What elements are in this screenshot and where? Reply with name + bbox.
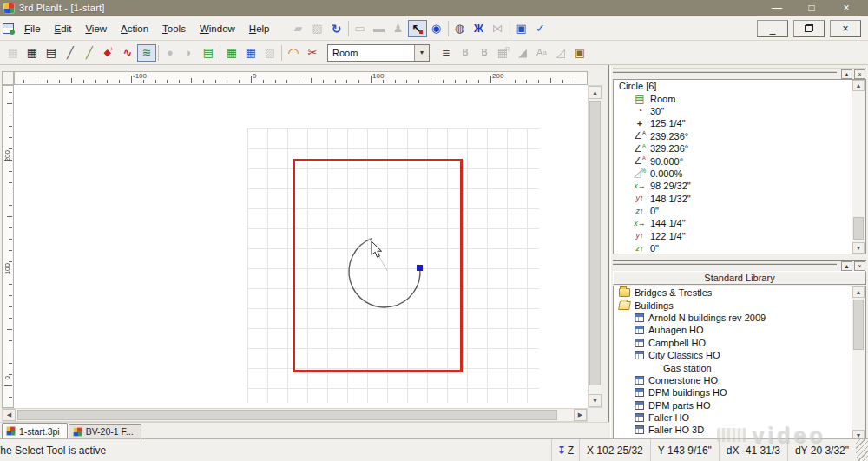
scroll-down-icon[interactable]: ▼ <box>852 242 865 254</box>
layer-combobox[interactable]: Room ▼ <box>327 44 430 62</box>
tree-item[interactable]: Arnold N buildings rev 2009 <box>614 312 865 324</box>
cut-icon[interactable] <box>303 44 322 62</box>
child-close-button[interactable]: × <box>830 20 861 37</box>
mail-icon[interactable] <box>489 20 508 37</box>
junction-icon[interactable] <box>470 20 489 37</box>
layout-canvas[interactable] <box>14 85 588 408</box>
tree-item[interactable]: DPM parts HO <box>614 399 865 412</box>
property-row[interactable]: 125 1/4" <box>614 117 865 129</box>
tab-bv-20-1[interactable]: BV-20-1 F... <box>69 424 141 438</box>
properties-scrollbar[interactable]: ▲ ▼ <box>852 80 865 254</box>
track-icon[interactable] <box>42 44 61 62</box>
library-scroll-thumb[interactable] <box>853 300 864 350</box>
properties-scroll-thumb[interactable] <box>853 217 864 240</box>
menu-item-action[interactable]: Action <box>114 21 155 36</box>
library-header-button[interactable]: Standard Library <box>613 271 866 285</box>
menu-item-help[interactable]: Help <box>242 21 277 36</box>
child-restore-button[interactable] <box>793 20 825 37</box>
image-icon[interactable] <box>260 44 279 62</box>
horizontal-scroll-thumb[interactable] <box>17 410 557 420</box>
panel-collapse-icon[interactable]: ▲ <box>841 261 852 271</box>
stamp-icon[interactable] <box>308 20 327 37</box>
scroll-up-icon[interactable]: ▲ <box>852 286 865 298</box>
tree-item[interactable]: Gas station <box>614 361 865 373</box>
property-row[interactable]: 98 29/32" <box>614 180 865 192</box>
property-row[interactable]: 0.000% <box>614 168 865 180</box>
scroll-down-icon[interactable]: ▼ <box>589 394 602 407</box>
document-icon[interactable] <box>3 23 14 34</box>
property-row[interactable]: Room <box>614 92 865 104</box>
tree-item[interactable]: DPM buildings HO <box>614 386 865 398</box>
property-row[interactable]: 144 1/4" <box>614 217 865 229</box>
grid-green-icon[interactable] <box>222 44 241 62</box>
arc-icon[interactable] <box>284 44 303 62</box>
line-style-icon[interactable] <box>437 44 456 62</box>
figure-icon[interactable] <box>389 20 408 37</box>
minimize-button[interactable]: — <box>766 2 788 14</box>
circle-arc[interactable] <box>349 239 420 307</box>
property-row[interactable]: 0" <box>614 205 865 217</box>
tree-item[interactable]: Faller HO 3D <box>614 424 865 436</box>
child-minimize-button[interactable]: _ <box>757 20 788 37</box>
menu-item-view[interactable]: View <box>78 21 114 36</box>
scroll-up-icon[interactable]: ▲ <box>589 86 602 99</box>
ramp-icon[interactable] <box>513 44 532 62</box>
polyline-icon[interactable] <box>118 44 137 62</box>
add-vertex-icon[interactable] <box>99 44 118 62</box>
tree-item[interactable]: Cornerstone HO <box>614 374 865 386</box>
tree-item[interactable]: City Classics HO <box>614 349 865 361</box>
text-style-icon[interactable] <box>532 44 551 62</box>
terrain2-icon[interactable] <box>180 44 199 62</box>
panel-close-icon[interactable]: × <box>854 69 865 79</box>
property-row[interactable]: 148 1/32" <box>614 193 865 205</box>
bridge-b1-icon[interactable] <box>456 44 475 62</box>
select-tool-icon[interactable] <box>408 20 427 37</box>
window-panel-icon[interactable] <box>512 20 531 37</box>
scroll-right-icon[interactable]: ▶ <box>574 409 587 421</box>
library-scrollbar[interactable]: ▲ ▼ <box>852 286 865 441</box>
checklist-icon[interactable] <box>531 20 550 37</box>
tree-item[interactable]: Faller HO <box>614 412 865 424</box>
vertical-scroll-thumb[interactable] <box>589 101 601 385</box>
camera-view-icon[interactable] <box>427 20 446 37</box>
property-row[interactable]: 90.000° <box>614 155 865 167</box>
properties-panel-grip[interactable]: ▲ × <box>613 68 866 78</box>
tree-item[interactable]: Auhagen HO <box>614 324 865 336</box>
canvas-vertical-scrollbar[interactable]: ▲ ▼ <box>588 85 602 408</box>
add-camera-icon[interactable] <box>450 20 470 37</box>
panel-close-icon[interactable]: × <box>854 261 865 271</box>
snap-grid-icon[interactable] <box>3 44 23 62</box>
property-row[interactable]: 30" <box>614 105 865 117</box>
property-row[interactable]: 0" <box>614 242 865 254</box>
menu-item-window[interactable]: Window <box>193 21 242 36</box>
pan-icon[interactable] <box>289 20 308 37</box>
contour-icon[interactable] <box>137 44 156 62</box>
layers-icon[interactable] <box>199 44 218 62</box>
maximize-button[interactable]: □ <box>800 2 823 14</box>
menu-item-file[interactable]: File <box>17 21 48 36</box>
bridge-b2-icon[interactable] <box>475 44 494 62</box>
grid-ref-icon[interactable] <box>494 44 513 62</box>
tab-1-start[interactable]: 1-start.3pi <box>2 423 68 438</box>
canvas-horizontal-scrollbar[interactable]: ◀ ▶ <box>2 408 588 422</box>
library-panel-grip[interactable]: ▲ × <box>613 260 866 270</box>
close-button[interactable]: × <box>835 2 858 14</box>
selection-handle[interactable] <box>417 265 423 271</box>
train-car-icon[interactable] <box>351 20 370 37</box>
menu-item-tools[interactable]: Tools <box>155 21 193 36</box>
property-row[interactable]: 122 1/4" <box>614 230 865 242</box>
tree-item[interactable]: Bridges & Trestles <box>614 286 865 299</box>
panel-collapse-icon[interactable]: ▲ <box>841 69 852 79</box>
object-properties-icon[interactable] <box>570 44 589 62</box>
refresh-icon[interactable] <box>327 20 346 37</box>
resize-grip[interactable] <box>856 439 868 461</box>
tree-item[interactable]: Buildings <box>614 299 865 311</box>
property-row[interactable]: 329.236° <box>614 142 865 155</box>
tree-item[interactable]: Campbell HO <box>614 337 865 349</box>
draw-line-icon[interactable] <box>61 44 80 62</box>
draw-track-icon[interactable] <box>80 44 99 62</box>
scroll-up-icon[interactable]: ▲ <box>852 80 865 91</box>
menu-item-edit[interactable]: Edit <box>48 21 79 36</box>
grade-tool-icon[interactable] <box>551 44 570 62</box>
scroll-left-icon[interactable]: ◀ <box>3 409 16 421</box>
